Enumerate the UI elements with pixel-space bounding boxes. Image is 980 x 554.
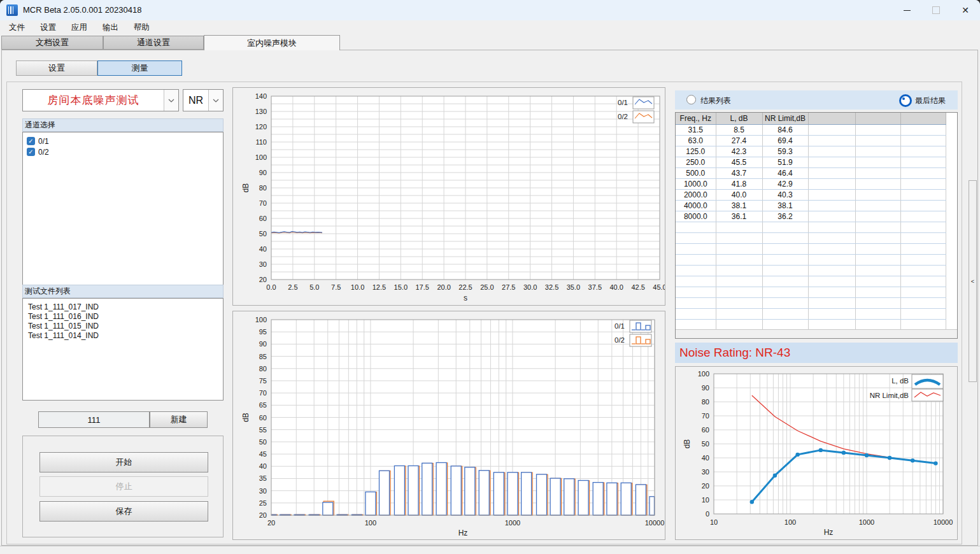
tab-settings[interactable]: 设置 <box>16 60 97 76</box>
svg-text:70: 70 <box>702 412 709 420</box>
menu-item-3[interactable]: 输出 <box>100 21 121 34</box>
panel-splitter[interactable]: < <box>969 180 977 382</box>
svg-text:50: 50 <box>259 438 267 446</box>
table-cell <box>762 244 808 255</box>
main-tab-2[interactable]: 室内噪声模块 <box>204 35 340 50</box>
table-cell <box>676 255 716 266</box>
table-cell <box>900 179 946 190</box>
file-name-field[interactable]: 111 <box>38 411 150 428</box>
last-result-radio[interactable] <box>899 94 912 107</box>
table-cell <box>762 233 808 244</box>
close-button[interactable]: ✕ <box>951 0 980 20</box>
table-row[interactable]: 500.043.746.4 <box>676 168 946 179</box>
channel-listbox[interactable]: ✓0/1✓0/2 <box>22 132 224 285</box>
minimize-button[interactable] <box>892 0 921 20</box>
table-cell <box>855 244 900 255</box>
table-row[interactable] <box>676 287 946 298</box>
table-row[interactable] <box>676 320 946 330</box>
table-row[interactable] <box>676 309 946 320</box>
table-cell <box>900 168 946 179</box>
svg-text:85: 85 <box>259 353 267 360</box>
test-type-dropdown-arrow[interactable] <box>164 90 178 111</box>
table-row[interactable] <box>676 255 946 266</box>
svg-text:35: 35 <box>259 474 267 482</box>
table-row[interactable]: 63.027.469.4 <box>676 136 946 146</box>
file-item-3[interactable]: Test 1_111_014_IND <box>23 331 223 341</box>
table-row[interactable]: 125.042.359.3 <box>676 146 946 157</box>
result-list-radio[interactable] <box>686 95 696 104</box>
rating-type-combobox[interactable]: NR <box>183 89 224 111</box>
svg-text:Hz: Hz <box>824 528 834 537</box>
bar-0/1-1000 <box>508 472 518 515</box>
channel-label: 0/2 <box>38 148 49 157</box>
bar-0/1-4000 <box>593 483 603 515</box>
channel-item-0/2[interactable]: ✓0/2 <box>23 146 223 157</box>
new-button[interactable]: 新建 <box>150 411 208 428</box>
table-cell: 69.4 <box>762 136 808 146</box>
table-row[interactable] <box>676 244 946 255</box>
table-cell <box>808 125 855 136</box>
table-cell <box>900 320 946 330</box>
table-row[interactable]: 8000.036.136.2 <box>676 211 946 222</box>
table-cell <box>716 222 762 233</box>
table-cell <box>855 233 900 244</box>
main-tab-0[interactable]: 文档设置 <box>1 36 103 50</box>
menu-item-2[interactable]: 应用 <box>69 21 90 34</box>
table-cell: 38.1 <box>716 201 762 211</box>
svg-text:5.0: 5.0 <box>309 283 319 291</box>
svg-text:40: 40 <box>259 245 267 253</box>
main-tab-1[interactable]: 通道设置 <box>103 36 204 50</box>
table-row[interactable] <box>676 276 946 287</box>
column-header-5[interactable] <box>900 113 946 125</box>
start-button[interactable]: 开始 <box>39 452 208 472</box>
table-cell <box>855 255 900 266</box>
table-row[interactable] <box>676 266 946 276</box>
result-table[interactable]: Freq., HzL, dBNR Limit,dB31.58.584.663.0… <box>676 113 946 330</box>
table-cell <box>808 255 855 266</box>
table-row[interactable]: 1000.041.842.9 <box>676 179 946 190</box>
noise-rating-svg: 101001000100000102030405060708090100HzdB… <box>676 367 957 539</box>
maximize-button[interactable] <box>921 0 951 20</box>
table-row[interactable] <box>676 298 946 309</box>
bar-0/1-400 <box>451 466 461 515</box>
table-row[interactable] <box>676 222 946 233</box>
column-header-4[interactable] <box>855 113 900 125</box>
bar-0/1-315 <box>436 463 446 516</box>
test-file-listbox[interactable]: Test 1_111_017_INDTest 1_111_016_INDTest… <box>22 298 224 401</box>
svg-text:100: 100 <box>255 153 267 161</box>
menu-item-1[interactable]: 设置 <box>38 21 59 34</box>
tab-measure[interactable]: 测量 <box>97 60 182 76</box>
save-button[interactable]: 保存 <box>39 501 208 522</box>
table-row[interactable] <box>676 233 946 244</box>
column-header-2[interactable]: NR Limit,dB <box>762 113 808 125</box>
column-header-0[interactable]: Freq., Hz <box>676 113 716 125</box>
table-row[interactable]: 4000.038.138.1 <box>676 201 946 211</box>
checkbox-icon[interactable]: ✓ <box>27 137 35 145</box>
menu-item-4[interactable]: 帮助 <box>131 21 152 34</box>
chevron-down-icon <box>213 99 219 103</box>
file-item-0[interactable]: Test 1_111_017_IND <box>23 302 223 312</box>
last-result-radio-label[interactable]: 最后结果 <box>915 96 946 106</box>
column-header-3[interactable] <box>808 113 855 125</box>
table-cell <box>762 276 808 287</box>
channel-label: 0/1 <box>38 137 49 146</box>
table-cell: 8000.0 <box>676 211 716 222</box>
channel-item-0/1[interactable]: ✓0/1 <box>23 136 223 146</box>
table-cell <box>808 309 855 320</box>
file-item-1[interactable]: Test 1_111_016_IND <box>23 312 223 322</box>
rating-type-dropdown-arrow[interactable] <box>208 90 223 111</box>
data-point <box>750 500 754 504</box>
test-file-list-header: 测试文件列表 <box>22 285 224 298</box>
test-type-combobox[interactable]: 房间本底噪声测试 <box>22 89 179 111</box>
minimize-icon <box>904 10 911 11</box>
result-list-radio-label[interactable]: 结果列表 <box>700 96 731 106</box>
table-cell <box>855 222 900 233</box>
table-row[interactable]: 2000.040.040.3 <box>676 190 946 201</box>
checkbox-icon[interactable]: ✓ <box>27 148 35 156</box>
menu-item-0[interactable]: 文件 <box>6 21 27 34</box>
table-row[interactable]: 250.045.551.9 <box>676 157 946 168</box>
column-header-1[interactable]: L, dB <box>716 113 762 125</box>
table-row[interactable]: 31.58.584.6 <box>676 125 946 136</box>
file-item-2[interactable]: Test 1_111_015_IND <box>23 322 223 331</box>
table-cell <box>855 168 900 179</box>
